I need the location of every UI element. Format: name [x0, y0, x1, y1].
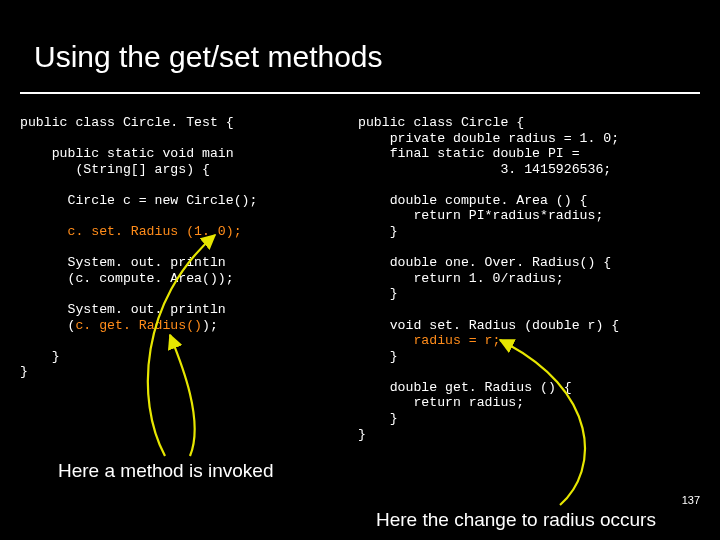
code-right-block: public class Circle { private double rad… — [358, 115, 708, 442]
code-line: } — [20, 364, 28, 379]
code-line: } — [358, 286, 398, 301]
page-number: 137 — [682, 494, 700, 506]
code-line: double one. Over. Radius() { — [358, 255, 611, 270]
code-line: public static void main — [20, 146, 234, 161]
code-highlight-assignment: radius = r; — [358, 333, 500, 348]
code-line: return 1. 0/radius; — [358, 271, 564, 286]
slide-title: Using the get/set methods — [34, 40, 383, 74]
code-line: ); — [202, 318, 218, 333]
code-line: private double radius = 1. 0; — [358, 131, 619, 146]
code-line: } — [358, 411, 398, 426]
code-line: } — [358, 224, 398, 239]
code-line: double get. Radius () { — [358, 380, 572, 395]
code-line: Circle c = new Circle(); — [20, 193, 257, 208]
code-line: void set. Radius (double r) { — [358, 318, 619, 333]
code-line: } — [20, 349, 60, 364]
caption-right: Here the change to radius occurs — [376, 509, 656, 531]
code-line: final static double PI = — [358, 146, 580, 161]
slide: Using the get/set methods public class C… — [0, 0, 720, 540]
code-line: public class Circle { — [358, 115, 524, 130]
code-line: public class Circle. Test { — [20, 115, 234, 130]
code-line: System. out. println — [20, 302, 226, 317]
code-line: (String[] args) { — [20, 162, 210, 177]
code-line: ( — [20, 318, 75, 333]
title-underline — [20, 92, 700, 94]
code-line: } — [358, 349, 398, 364]
code-highlight-getradius: c. get. Radius() — [75, 318, 202, 333]
code-line: return radius; — [358, 395, 524, 410]
code-highlight-setradius: c. set. Radius (1. 0); — [67, 224, 241, 239]
code-line: double compute. Area () { — [358, 193, 588, 208]
code-line: return PI*radius*radius; — [358, 208, 603, 223]
code-line: 3. 1415926536; — [358, 162, 611, 177]
code-line: (c. compute. Area()); — [20, 271, 234, 286]
code-left-block: public class Circle. Test { public stati… — [20, 115, 350, 380]
code-line: } — [358, 427, 366, 442]
caption-left: Here a method is invoked — [58, 460, 273, 482]
code-line: System. out. println — [20, 255, 226, 270]
code-line — [20, 224, 67, 239]
